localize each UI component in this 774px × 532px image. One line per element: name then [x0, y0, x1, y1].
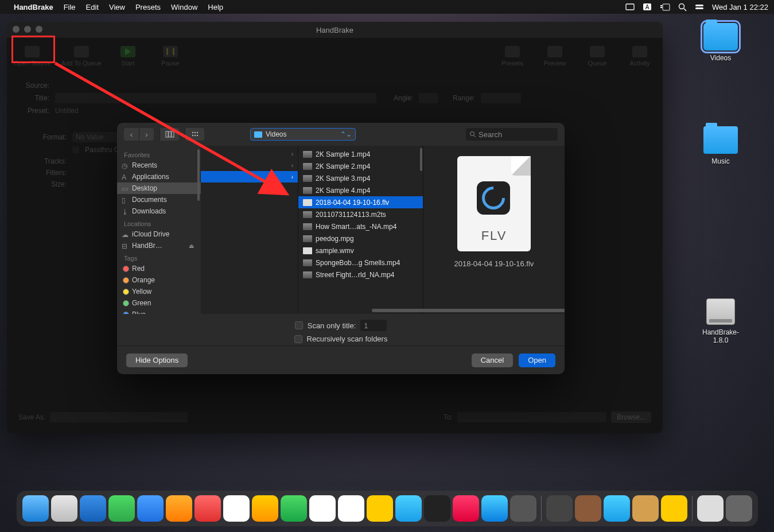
menubar-clock[interactable]: Wed Jan 1 22:22 — [712, 3, 768, 11]
open-button[interactable]: Open — [519, 354, 555, 367]
dock-app-icon[interactable] — [252, 495, 278, 522]
file-item[interactable]: Street Fight…rld_NA.mp4 — [298, 269, 423, 281]
nav-forward-button[interactable]: › — [139, 128, 154, 141]
dock-app-icon[interactable] — [51, 495, 77, 522]
menubar-view[interactable]: View — [109, 3, 125, 11]
sidebar-handbrake-disk[interactable]: ⊟HandBr…⏏ — [117, 240, 201, 251]
close-window-button[interactable] — [13, 26, 20, 33]
file-item[interactable]: 2K Sample 4.mp4 — [298, 184, 423, 196]
location-popup[interactable]: Videos ⌃⌄ — [250, 128, 356, 141]
sidebar-documents[interactable]: ▯Documents — [117, 194, 201, 205]
dock-app-icon[interactable] — [281, 495, 307, 522]
saveas-field[interactable] — [50, 412, 188, 422]
zoom-window-button[interactable] — [36, 26, 42, 33]
presets-button[interactable]: Presets — [496, 46, 528, 67]
file-item[interactable]: peedog.mpg — [298, 232, 423, 244]
angle-select[interactable] — [419, 93, 438, 103]
file-item[interactable]: 20110731124113.m2ts — [298, 208, 423, 220]
tag-orange[interactable]: Orange — [117, 274, 201, 286]
minimize-window-button[interactable] — [24, 26, 31, 33]
to-field[interactable] — [457, 412, 606, 422]
search-field[interactable]: Search — [466, 128, 558, 141]
queue-button[interactable]: Queue — [581, 46, 613, 67]
sidebar-applications[interactable]: AApplications — [117, 171, 201, 182]
sidebar-desktop[interactable]: ▭Desktop — [117, 182, 201, 194]
control-center-icon[interactable] — [695, 3, 704, 10]
stage-manager-icon[interactable] — [660, 3, 670, 11]
tag-red[interactable]: Red — [117, 263, 201, 274]
col1-item-selected[interactable]: › — [201, 171, 298, 182]
open-source-button[interactable]: Open Source — [14, 46, 51, 67]
menubar-help[interactable]: Help — [208, 3, 223, 11]
dock-app-icon[interactable] — [546, 495, 573, 522]
view-options-button[interactable] — [185, 128, 204, 141]
dock-app-icon[interactable] — [726, 495, 752, 522]
dock-app-icon[interactable] — [697, 495, 724, 522]
cancel-button[interactable]: Cancel — [472, 354, 513, 367]
dock-app-icon[interactable] — [137, 495, 164, 522]
title-select[interactable] — [55, 93, 376, 103]
file-item[interactable]: 2K Sample 1.mp4 — [298, 148, 423, 160]
recurse-checkbox[interactable] — [294, 335, 302, 343]
activity-button[interactable]: Activity — [624, 46, 656, 67]
file-item[interactable]: SpongeBob…g Smells.mp4 — [298, 257, 423, 269]
add-to-queue-button[interactable]: Add To Queue — [61, 46, 102, 67]
menubar-app[interactable]: HandBrake — [14, 3, 53, 11]
file-item[interactable]: 2K Sample 3.mp4 — [298, 172, 423, 184]
file-item[interactable]: sample.wmv — [298, 244, 423, 257]
sidebar-downloads[interactable]: ⭳Downloads — [117, 205, 201, 217]
sidebar-icloud[interactable]: ☁iCloud Drive — [117, 228, 201, 240]
dock-app-icon[interactable] — [481, 495, 508, 522]
sidebar-recents[interactable]: ◷Recents — [117, 160, 201, 171]
tag-blue[interactable]: Blue — [117, 309, 201, 314]
col1-item[interactable]: › — [201, 148, 298, 160]
desktop-drive-handbrake[interactable]: HandBrake-1.8.0 — [695, 298, 746, 344]
nav-back-button[interactable]: ‹ — [124, 128, 139, 141]
format-select[interactable]: No Value — [72, 132, 124, 142]
dock-app-icon[interactable] — [604, 495, 630, 522]
dock-app-icon[interactable] — [575, 495, 601, 522]
hide-options-button[interactable]: Hide Options — [126, 354, 188, 367]
dock-app-icon[interactable] — [195, 495, 221, 522]
spotlight-icon[interactable] — [678, 3, 687, 11]
dock-app-icon[interactable] — [367, 495, 393, 522]
dock-app-icon[interactable] — [338, 495, 364, 522]
view-columns-button[interactable] — [160, 128, 179, 141]
menubar-edit[interactable]: Edit — [86, 3, 99, 11]
file-item[interactable]: How Smart…ats_-NA.mp4 — [298, 220, 423, 232]
col1-item[interactable]: › — [201, 160, 298, 171]
scan-title-input[interactable]: 1 — [360, 320, 387, 331]
screen-mirroring-icon[interactable] — [625, 3, 635, 10]
dock-app-icon[interactable] — [510, 495, 536, 522]
desktop-folder-music[interactable]: Music — [695, 126, 746, 165]
menubar-presets[interactable]: Presets — [135, 3, 161, 11]
dock-app-icon[interactable] — [395, 495, 422, 522]
browse-button[interactable]: Browse... — [611, 411, 651, 423]
preview-button[interactable]: Preview — [539, 46, 571, 67]
menubar-file[interactable]: File — [64, 3, 76, 11]
dock-app-icon[interactable] — [453, 495, 479, 522]
dock-app-icon[interactable] — [108, 495, 135, 522]
menubar-window[interactable]: Window — [171, 3, 197, 11]
dock-app-icon[interactable] — [166, 495, 192, 522]
scan-title-checkbox[interactable] — [295, 321, 303, 329]
dock-app-icon[interactable] — [22, 495, 49, 522]
range-select[interactable] — [481, 93, 521, 103]
pause-button[interactable]: Pause — [154, 46, 186, 67]
horizontal-scrollbar[interactable] — [286, 308, 561, 313]
tag-yellow[interactable]: Yellow — [117, 286, 201, 297]
file-item[interactable]: 2018-04-04 19-10-16.flv — [298, 196, 423, 208]
desktop-folder-videos[interactable]: Videos — [695, 23, 746, 62]
eject-icon[interactable]: ⏏ — [189, 243, 194, 249]
tag-green[interactable]: Green — [117, 297, 201, 309]
start-button[interactable]: Start — [112, 46, 144, 67]
dock-app-icon[interactable] — [309, 495, 336, 522]
dock-app-icon[interactable] — [424, 495, 450, 522]
dock-app-icon[interactable] — [80, 495, 106, 522]
input-source-icon[interactable]: A — [643, 3, 652, 11]
file-item[interactable]: 2K Sample 2.mp4 — [298, 160, 423, 172]
passthru-checkbox[interactable] — [72, 146, 79, 153]
dock-app-icon[interactable] — [223, 495, 250, 522]
dock-app-icon[interactable] — [661, 495, 687, 522]
dock-app-icon[interactable] — [632, 495, 659, 522]
